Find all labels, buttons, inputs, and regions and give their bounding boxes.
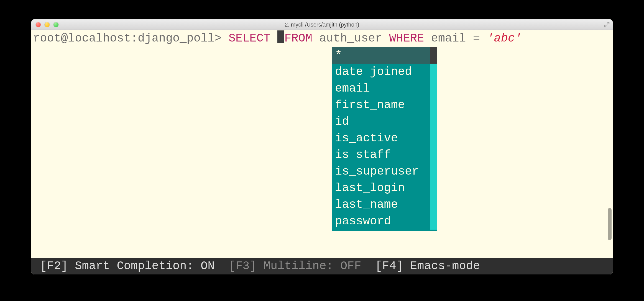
completion-scroll-cell bbox=[430, 163, 437, 180]
completion-scroll-cell bbox=[430, 64, 437, 80]
completion-item-label: password bbox=[332, 213, 430, 230]
completion-scroll-cell bbox=[430, 130, 437, 147]
statusbar: [F2] Smart Completion: ON [F3] Multiline… bbox=[31, 258, 613, 274]
terminal-window: 2. mycli /Users/amjith (python) root@loc… bbox=[31, 19, 613, 274]
zoom-icon[interactable] bbox=[53, 22, 58, 27]
traffic-lights bbox=[36, 22, 58, 27]
completion-item-label: id bbox=[332, 113, 430, 130]
prompt-sep: > bbox=[214, 32, 228, 45]
titlebar: 2. mycli /Users/amjith (python) bbox=[31, 19, 613, 30]
completion-scroll-cell bbox=[430, 196, 437, 213]
statusbar-f3-label: Multiline: OFF bbox=[257, 260, 375, 273]
statusbar-f3-key: [F3] bbox=[229, 260, 257, 273]
prompt-line[interactable]: root@localhost:django_poll> SELECT FROM … bbox=[31, 30, 613, 47]
completion-item[interactable]: is_active bbox=[332, 130, 437, 147]
terminal-body[interactable]: root@localhost:django_poll> SELECT FROM … bbox=[31, 30, 613, 258]
sql-string: 'abc' bbox=[487, 32, 522, 45]
completion-item[interactable]: is_staff bbox=[332, 147, 437, 163]
fullscreen-icon[interactable] bbox=[604, 22, 610, 28]
completion-scroll-cell bbox=[430, 113, 437, 130]
statusbar-f4-label: Emacs-mode bbox=[403, 260, 480, 273]
completion-item[interactable]: date_joined bbox=[332, 64, 437, 80]
close-icon[interactable] bbox=[36, 22, 41, 27]
statusbar-f4-key: [F4] bbox=[375, 260, 403, 273]
completion-item-label: last_name bbox=[332, 196, 430, 213]
completion-item-label: date_joined bbox=[332, 64, 430, 80]
window-title: 2. mycli /Users/amjith (python) bbox=[31, 22, 613, 27]
completion-item[interactable]: id bbox=[332, 113, 437, 130]
cursor bbox=[277, 30, 284, 43]
sql-select-keyword: SELECT bbox=[229, 32, 270, 45]
sql-table: auth_user bbox=[319, 32, 382, 45]
prompt-database: django_poll bbox=[138, 32, 214, 45]
completion-scroll-cell bbox=[430, 47, 437, 64]
completion-item-label: is_superuser bbox=[332, 163, 430, 180]
statusbar-f2-key: [F2] bbox=[40, 260, 68, 273]
completion-item[interactable]: email bbox=[332, 80, 437, 97]
sql-column: email bbox=[431, 32, 466, 45]
completion-item[interactable]: * bbox=[332, 47, 437, 64]
completion-item-label: * bbox=[332, 47, 430, 64]
sql-eq: = bbox=[473, 32, 480, 45]
completion-item-label: is_staff bbox=[332, 147, 430, 163]
completion-item-label: email bbox=[332, 80, 430, 97]
completion-item[interactable]: first_name bbox=[332, 97, 437, 113]
completion-scroll-cell bbox=[430, 180, 437, 196]
sql-where-keyword: WHERE bbox=[389, 32, 424, 45]
completion-item-label: first_name bbox=[332, 97, 430, 113]
completion-scroll-cell bbox=[430, 97, 437, 113]
completion-item[interactable]: last_name bbox=[332, 196, 437, 213]
completion-scroll-cell bbox=[430, 80, 437, 97]
completion-menu[interactable]: *date_joinedemailfirst_nameidis_activeis… bbox=[332, 47, 437, 231]
completion-item[interactable]: password bbox=[332, 213, 437, 230]
completion-item[interactable]: last_login bbox=[332, 180, 437, 196]
statusbar-f2-label: Smart Completion: ON bbox=[68, 260, 229, 273]
scrollbar-thumb[interactable] bbox=[608, 208, 612, 240]
completion-scroll-cell bbox=[430, 213, 437, 230]
minimize-icon[interactable] bbox=[45, 22, 50, 27]
completion-item-label: last_login bbox=[332, 180, 430, 196]
sql-from-keyword: FROM bbox=[284, 32, 312, 45]
completion-scroll-cell bbox=[430, 147, 437, 163]
prompt-user-host: root@localhost: bbox=[33, 32, 138, 45]
completion-item-label: is_active bbox=[332, 130, 430, 147]
completion-item[interactable]: is_superuser bbox=[332, 163, 437, 180]
